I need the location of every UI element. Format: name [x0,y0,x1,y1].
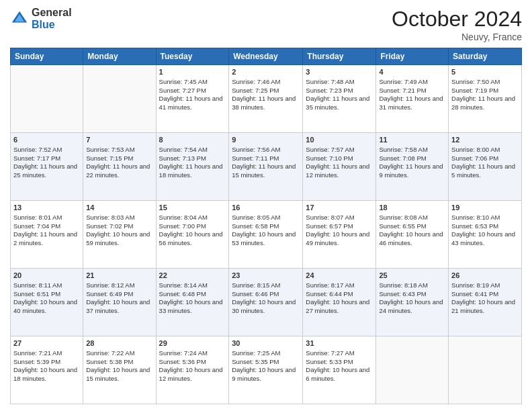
day-number: 22 [159,271,226,281]
sunset-text: Sunset: 7:02 PM [86,222,133,230]
daylight-text: Daylight: 11 hours and 22 minutes. [86,163,150,179]
table-row: 21Sunrise: 8:12 AMSunset: 6:49 PMDayligh… [83,269,156,336]
daylight-text: Daylight: 10 hours and 43 minutes. [451,230,515,246]
sunset-text: Sunset: 6:55 PM [379,222,426,230]
daylight-text: Daylight: 10 hours and 56 minutes. [159,230,223,246]
daylight-text: Daylight: 10 hours and 6 minutes. [306,366,369,382]
sunrise-text: Sunrise: 8:10 AM [451,214,500,221]
table-row: 20Sunrise: 8:11 AMSunset: 6:51 PMDayligh… [11,269,83,336]
table-row [83,65,156,133]
sunrise-text: Sunrise: 8:07 AM [306,214,354,221]
day-number: 29 [159,338,226,349]
table-row: 26Sunrise: 8:19 AMSunset: 6:41 PMDayligh… [449,269,522,336]
table-row: 29Sunrise: 7:24 AMSunset: 5:36 PMDayligh… [156,336,229,404]
sunset-text: Sunset: 5:39 PM [13,358,60,365]
daylight-text: Daylight: 11 hours and 25 minutes. [13,163,77,179]
daylight-text: Daylight: 11 hours and 2 minutes. [13,230,77,246]
logo-blue-text: Blue [32,19,55,30]
sunset-text: Sunset: 5:38 PM [86,358,133,365]
sunset-text: Sunset: 5:35 PM [232,358,279,365]
col-friday: Friday [376,48,449,65]
sunrise-text: Sunrise: 8:03 AM [86,214,134,221]
header: General Blue October 2024 Neuvy, France [10,7,522,42]
month-title: October 2024 [392,7,522,32]
sunset-text: Sunset: 7:19 PM [451,87,498,94]
sunset-text: Sunset: 7:23 PM [306,87,353,94]
col-saturday: Saturday [449,48,522,65]
table-row: 17Sunrise: 8:07 AMSunset: 6:57 PMDayligh… [303,201,376,269]
day-number: 19 [451,203,519,213]
sunset-text: Sunset: 6:49 PM [86,290,133,298]
daylight-text: Daylight: 10 hours and 24 minutes. [379,298,443,314]
sunset-text: Sunset: 6:46 PM [232,290,279,298]
daylight-text: Daylight: 10 hours and 18 minutes. [13,366,77,382]
sunrise-text: Sunrise: 8:01 AM [13,214,62,221]
sunrise-text: Sunrise: 7:49 AM [379,78,427,85]
sunset-text: Sunset: 6:41 PM [451,290,498,298]
sunrise-text: Sunrise: 8:15 AM [232,281,280,289]
sunset-text: Sunset: 7:21 PM [379,87,426,94]
sunrise-text: Sunrise: 7:21 AM [13,349,62,357]
logo-icon [10,9,29,28]
daylight-text: Daylight: 10 hours and 12 minutes. [159,366,223,382]
logo-general-text: General [32,7,72,18]
daylight-text: Daylight: 10 hours and 40 minutes. [13,298,77,314]
day-number: 30 [232,338,300,349]
day-number: 12 [451,135,519,145]
daylight-text: Daylight: 10 hours and 9 minutes. [232,366,296,382]
day-number: 20 [13,271,80,281]
col-monday: Monday [83,48,156,65]
day-number: 5 [451,67,519,77]
sunset-text: Sunset: 7:04 PM [13,222,60,230]
table-row: 16Sunrise: 8:05 AMSunset: 6:58 PMDayligh… [229,201,303,269]
table-row: 8Sunrise: 7:54 AMSunset: 7:13 PMDaylight… [156,133,229,201]
day-number: 14 [86,203,152,213]
sunrise-text: Sunrise: 8:17 AM [306,281,354,289]
daylight-text: Daylight: 10 hours and 37 minutes. [86,298,150,314]
day-number: 15 [159,203,226,213]
sunrise-text: Sunrise: 7:48 AM [306,78,354,85]
calendar-header-row: Sunday Monday Tuesday Wednesday Thursday… [11,48,522,65]
sunrise-text: Sunrise: 7:57 AM [306,146,354,153]
day-number: 23 [232,271,300,281]
col-thursday: Thursday [303,48,376,65]
day-number: 11 [379,135,445,145]
sunset-text: Sunset: 7:00 PM [159,222,206,230]
sunrise-text: Sunrise: 7:58 AM [379,146,427,153]
table-row: 12Sunrise: 8:00 AMSunset: 7:06 PMDayligh… [449,133,522,201]
logo: General Blue [10,7,72,30]
col-wednesday: Wednesday [229,48,303,65]
daylight-text: Daylight: 11 hours and 31 minutes. [379,95,443,111]
table-row [11,65,83,133]
sunrise-text: Sunrise: 8:14 AM [159,281,208,289]
sunrise-text: Sunrise: 8:19 AM [451,281,500,289]
sunset-text: Sunset: 6:51 PM [13,290,60,298]
sunrise-text: Sunrise: 8:00 AM [451,146,500,153]
col-tuesday: Tuesday [156,48,229,65]
day-number: 1 [159,67,226,77]
daylight-text: Daylight: 11 hours and 18 minutes. [159,163,223,179]
sunrise-text: Sunrise: 7:56 AM [232,146,280,153]
sunset-text: Sunset: 7:10 PM [306,154,353,162]
table-row: 11Sunrise: 7:58 AMSunset: 7:08 PMDayligh… [376,133,449,201]
table-row: 2Sunrise: 7:46 AMSunset: 7:25 PMDaylight… [229,65,303,133]
daylight-text: Daylight: 11 hours and 15 minutes. [232,163,296,179]
table-row [449,336,522,404]
table-row: 10Sunrise: 7:57 AMSunset: 7:10 PMDayligh… [303,133,376,201]
sunrise-text: Sunrise: 7:24 AM [159,349,208,357]
day-number: 13 [13,203,80,213]
day-number: 25 [379,271,445,281]
daylight-text: Daylight: 10 hours and 33 minutes. [159,298,223,314]
sunset-text: Sunset: 7:11 PM [232,154,279,162]
calendar-week-row: 20Sunrise: 8:11 AMSunset: 6:51 PMDayligh… [11,269,522,336]
table-row: 19Sunrise: 8:10 AMSunset: 6:53 PMDayligh… [449,201,522,269]
table-row: 22Sunrise: 8:14 AMSunset: 6:48 PMDayligh… [156,269,229,336]
table-row: 25Sunrise: 8:18 AMSunset: 6:43 PMDayligh… [376,269,449,336]
location: Neuvy, France [392,32,522,42]
table-row: 18Sunrise: 8:08 AMSunset: 6:55 PMDayligh… [376,201,449,269]
sunset-text: Sunset: 6:48 PM [159,290,206,298]
sunrise-text: Sunrise: 8:18 AM [379,281,427,289]
day-number: 24 [306,271,373,281]
title-block: October 2024 Neuvy, France [392,7,522,42]
daylight-text: Daylight: 10 hours and 27 minutes. [306,298,369,314]
